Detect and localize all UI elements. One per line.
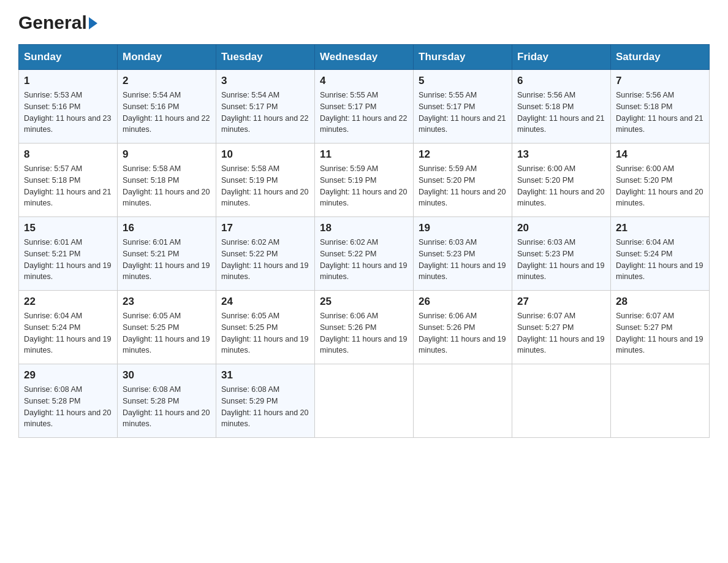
day-number: 27	[517, 296, 605, 308]
day-number: 12	[419, 148, 507, 161]
calendar-cell: 21 Sunrise: 6:04 AMSunset: 5:24 PMDaylig…	[611, 217, 710, 291]
day-number: 7	[616, 75, 704, 87]
calendar-cell: 20 Sunrise: 6:03 AMSunset: 5:23 PMDaylig…	[512, 217, 611, 291]
day-number: 13	[517, 148, 605, 161]
logo-general: General	[18, 12, 87, 33]
day-info: Sunrise: 5:59 AMSunset: 5:20 PMDaylight:…	[419, 164, 506, 207]
day-info: Sunrise: 5:58 AMSunset: 5:18 PMDaylight:…	[123, 164, 210, 207]
calendar-cell: 30 Sunrise: 6:08 AMSunset: 5:28 PMDaylig…	[118, 364, 216, 438]
day-info: Sunrise: 6:01 AMSunset: 5:21 PMDaylight:…	[24, 238, 111, 281]
day-number: 16	[123, 222, 211, 234]
calendar-header-tuesday: Tuesday	[216, 45, 315, 70]
day-number: 18	[320, 222, 408, 234]
day-number: 8	[24, 148, 112, 161]
calendar-week-row: 8 Sunrise: 5:57 AMSunset: 5:18 PMDayligh…	[19, 144, 710, 217]
calendar-header-saturday: Saturday	[611, 45, 710, 70]
logo: General	[18, 12, 97, 33]
day-info: Sunrise: 6:03 AMSunset: 5:23 PMDaylight:…	[419, 238, 506, 281]
day-info: Sunrise: 6:01 AMSunset: 5:21 PMDaylight:…	[123, 238, 210, 281]
day-info: Sunrise: 6:00 AMSunset: 5:20 PMDaylight:…	[517, 164, 604, 207]
calendar-cell: 13 Sunrise: 6:00 AMSunset: 5:20 PMDaylig…	[512, 144, 611, 217]
day-info: Sunrise: 6:08 AMSunset: 5:29 PMDaylight:…	[221, 385, 308, 428]
calendar-cell: 5 Sunrise: 5:55 AMSunset: 5:17 PMDayligh…	[414, 70, 512, 144]
calendar-cell: 15 Sunrise: 6:01 AMSunset: 5:21 PMDaylig…	[19, 217, 118, 291]
calendar-cell: 22 Sunrise: 6:04 AMSunset: 5:24 PMDaylig…	[19, 291, 118, 364]
day-number: 28	[616, 296, 704, 308]
calendar-header-wednesday: Wednesday	[315, 45, 414, 70]
day-info: Sunrise: 5:55 AMSunset: 5:17 PMDaylight:…	[320, 91, 407, 134]
calendar-week-row: 29 Sunrise: 6:08 AMSunset: 5:28 PMDaylig…	[19, 364, 710, 438]
calendar-cell: 14 Sunrise: 6:00 AMSunset: 5:20 PMDaylig…	[611, 144, 710, 217]
day-info: Sunrise: 5:56 AMSunset: 5:18 PMDaylight:…	[517, 91, 604, 134]
day-number: 30	[123, 369, 211, 381]
calendar-header-friday: Friday	[512, 45, 611, 70]
day-info: Sunrise: 6:03 AMSunset: 5:23 PMDaylight:…	[517, 238, 604, 281]
calendar-cell: 6 Sunrise: 5:56 AMSunset: 5:18 PMDayligh…	[512, 70, 611, 144]
calendar-cell: 3 Sunrise: 5:54 AMSunset: 5:17 PMDayligh…	[216, 70, 315, 144]
day-number: 4	[320, 75, 408, 87]
calendar-cell: 7 Sunrise: 5:56 AMSunset: 5:18 PMDayligh…	[611, 70, 710, 144]
day-number: 15	[24, 222, 112, 234]
day-info: Sunrise: 6:04 AMSunset: 5:24 PMDaylight:…	[616, 238, 703, 281]
day-number: 19	[419, 222, 507, 234]
calendar-cell	[315, 364, 414, 438]
calendar-cell: 29 Sunrise: 6:08 AMSunset: 5:28 PMDaylig…	[19, 364, 118, 438]
day-number: 1	[24, 75, 112, 87]
day-number: 3	[221, 75, 309, 87]
calendar-cell: 16 Sunrise: 6:01 AMSunset: 5:21 PMDaylig…	[118, 217, 216, 291]
day-info: Sunrise: 6:06 AMSunset: 5:26 PMDaylight:…	[320, 312, 407, 354]
day-number: 9	[123, 148, 211, 161]
day-number: 17	[221, 222, 309, 234]
day-info: Sunrise: 6:08 AMSunset: 5:28 PMDaylight:…	[24, 385, 111, 428]
day-info: Sunrise: 5:56 AMSunset: 5:18 PMDaylight:…	[616, 91, 703, 134]
day-info: Sunrise: 5:55 AMSunset: 5:17 PMDaylight:…	[419, 91, 506, 134]
day-info: Sunrise: 5:59 AMSunset: 5:19 PMDaylight:…	[320, 164, 407, 207]
day-info: Sunrise: 6:02 AMSunset: 5:22 PMDaylight:…	[221, 238, 308, 281]
calendar-cell: 12 Sunrise: 5:59 AMSunset: 5:20 PMDaylig…	[414, 144, 512, 217]
calendar-cell: 26 Sunrise: 6:06 AMSunset: 5:26 PMDaylig…	[414, 291, 512, 364]
day-number: 6	[517, 75, 605, 87]
calendar-week-row: 15 Sunrise: 6:01 AMSunset: 5:21 PMDaylig…	[19, 217, 710, 291]
day-number: 29	[24, 369, 112, 381]
calendar-cell	[611, 364, 710, 438]
calendar-cell: 10 Sunrise: 5:58 AMSunset: 5:19 PMDaylig…	[216, 144, 315, 217]
calendar-cell: 18 Sunrise: 6:02 AMSunset: 5:22 PMDaylig…	[315, 217, 414, 291]
page-header: General	[18, 12, 710, 33]
day-number: 26	[419, 296, 507, 308]
calendar-header-sunday: Sunday	[19, 45, 118, 70]
calendar-cell: 11 Sunrise: 5:59 AMSunset: 5:19 PMDaylig…	[315, 144, 414, 217]
day-number: 23	[123, 296, 211, 308]
day-number: 11	[320, 148, 408, 161]
calendar-cell: 4 Sunrise: 5:55 AMSunset: 5:17 PMDayligh…	[315, 70, 414, 144]
day-info: Sunrise: 6:04 AMSunset: 5:24 PMDaylight:…	[24, 312, 111, 354]
day-number: 22	[24, 296, 112, 308]
day-info: Sunrise: 5:57 AMSunset: 5:18 PMDaylight:…	[24, 164, 111, 207]
day-number: 21	[616, 222, 704, 234]
calendar-cell: 27 Sunrise: 6:07 AMSunset: 5:27 PMDaylig…	[512, 291, 611, 364]
day-info: Sunrise: 6:02 AMSunset: 5:22 PMDaylight:…	[320, 238, 407, 281]
calendar-cell: 24 Sunrise: 6:05 AMSunset: 5:25 PMDaylig…	[216, 291, 315, 364]
day-number: 2	[123, 75, 211, 87]
calendar-cell: 28 Sunrise: 6:07 AMSunset: 5:27 PMDaylig…	[611, 291, 710, 364]
day-number: 14	[616, 148, 704, 161]
day-info: Sunrise: 6:05 AMSunset: 5:25 PMDaylight:…	[221, 312, 308, 354]
day-info: Sunrise: 5:54 AMSunset: 5:17 PMDaylight:…	[221, 91, 308, 134]
calendar-week-row: 22 Sunrise: 6:04 AMSunset: 5:24 PMDaylig…	[19, 291, 710, 364]
day-info: Sunrise: 5:54 AMSunset: 5:16 PMDaylight:…	[123, 91, 210, 134]
calendar-table: SundayMondayTuesdayWednesdayThursdayFrid…	[18, 44, 710, 438]
day-info: Sunrise: 6:00 AMSunset: 5:20 PMDaylight:…	[616, 164, 703, 207]
day-number: 24	[221, 296, 309, 308]
day-info: Sunrise: 6:05 AMSunset: 5:25 PMDaylight:…	[123, 312, 210, 354]
calendar-week-row: 1 Sunrise: 5:53 AMSunset: 5:16 PMDayligh…	[19, 70, 710, 144]
calendar-cell: 8 Sunrise: 5:57 AMSunset: 5:18 PMDayligh…	[19, 144, 118, 217]
calendar-cell: 9 Sunrise: 5:58 AMSunset: 5:18 PMDayligh…	[118, 144, 216, 217]
calendar-cell	[414, 364, 512, 438]
calendar-header-monday: Monday	[118, 45, 216, 70]
day-number: 31	[221, 369, 309, 381]
calendar-cell: 19 Sunrise: 6:03 AMSunset: 5:23 PMDaylig…	[414, 217, 512, 291]
calendar-cell: 2 Sunrise: 5:54 AMSunset: 5:16 PMDayligh…	[118, 70, 216, 144]
day-number: 5	[419, 75, 507, 87]
logo-arrow-icon	[89, 17, 97, 29]
day-info: Sunrise: 6:06 AMSunset: 5:26 PMDaylight:…	[419, 312, 506, 354]
calendar-cell: 17 Sunrise: 6:02 AMSunset: 5:22 PMDaylig…	[216, 217, 315, 291]
